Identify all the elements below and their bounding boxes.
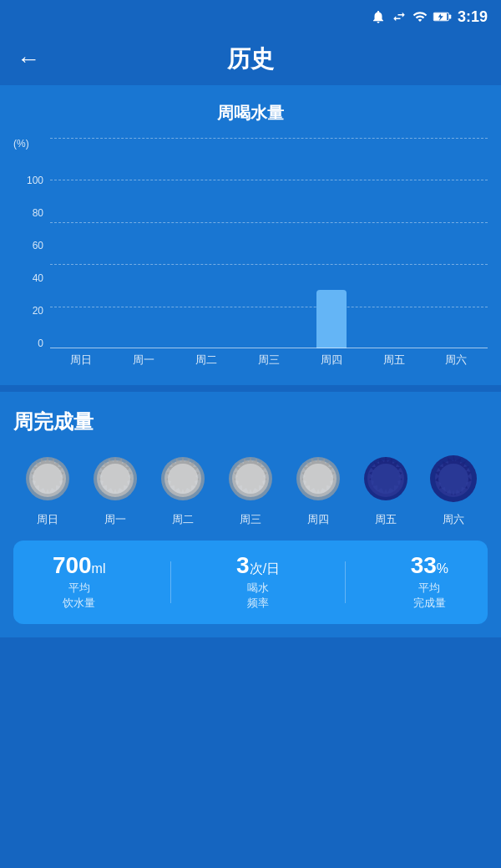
svg-point-24	[438, 464, 468, 494]
bar-col-4	[316, 290, 347, 348]
medal-1	[89, 452, 142, 505]
medal-0	[21, 452, 74, 505]
y-axis: (%) 100 80 60 40 20 0	[13, 138, 50, 372]
x-label-2: 周二	[195, 353, 217, 368]
medal-label-4: 周四	[307, 512, 329, 527]
medal-2	[156, 452, 210, 505]
alarm-icon	[371, 9, 386, 24]
header: ← 历史	[0, 33, 501, 85]
stat-divider-2	[345, 561, 346, 603]
stat-divider-1	[170, 561, 171, 603]
medal-6	[427, 452, 480, 505]
x-label-4: 周四	[321, 353, 342, 368]
chart-container: (%) 100 80 60 40 20 0	[13, 138, 488, 372]
x-label-0: 周日	[70, 353, 92, 368]
medal-col-1: 周一	[89, 452, 142, 527]
stat-frequency-label: 喝水频率	[247, 581, 269, 611]
stat-water-value: 700ml	[53, 554, 106, 577]
x-labels: 周日 周一 周二 周三 周四 周五 周六	[50, 348, 488, 372]
x-label-6: 周六	[445, 353, 467, 368]
chart-section: 周喝水量 (%) 100 80 60 40 20 0	[0, 85, 501, 385]
stat-completion: 33% 平均完成量	[411, 554, 448, 611]
medal-label-5: 周五	[375, 512, 397, 527]
bar-4	[316, 290, 347, 348]
stat-water: 700ml 平均饮水量	[53, 554, 106, 611]
y-label-60: 60	[33, 241, 43, 251]
x-label-5: 周五	[383, 353, 405, 368]
medal-col-0: 周日	[21, 452, 74, 527]
y-unit-label: (%)	[13, 138, 29, 150]
back-button[interactable]: ←	[17, 46, 40, 73]
status-icons: 3:19	[371, 8, 488, 26]
bars-row	[50, 138, 488, 348]
medal-5	[359, 452, 412, 505]
svg-rect-3	[449, 14, 452, 18]
signal-icon	[412, 9, 428, 24]
stats-bar: 700ml 平均饮水量 3次/日 喝水频率 33% 平均完成量	[13, 541, 488, 624]
svg-point-18	[303, 464, 333, 494]
stat-frequency: 3次/日 喝水频率	[236, 554, 280, 611]
svg-point-21	[371, 464, 401, 494]
chart-title: 周喝水量	[13, 102, 488, 124]
medal-col-6: 周六	[427, 452, 480, 527]
medal-label-3: 周三	[240, 512, 261, 527]
medals-row: 周日 周一	[13, 452, 488, 527]
y-label-100: 100	[27, 175, 43, 185]
medal-label-0: 周日	[37, 512, 58, 527]
svg-point-9	[100, 464, 130, 494]
medal-3	[224, 452, 277, 505]
chart-area: 周日 周一 周二 周三 周四 周五 周六	[50, 138, 488, 372]
medal-label-1: 周一	[104, 512, 126, 527]
y-label-20: 20	[33, 306, 43, 316]
y-label-80: 80	[33, 208, 43, 218]
medal-col-4: 周四	[291, 452, 345, 527]
completion-section: 周完成量 周日	[0, 392, 501, 637]
status-time: 3:19	[458, 8, 488, 26]
page-title: 历史	[227, 43, 274, 75]
medal-label-2: 周二	[172, 512, 194, 527]
medal-col-5: 周五	[359, 452, 412, 527]
medal-col-3: 周三	[224, 452, 277, 527]
stat-water-label: 平均饮水量	[63, 581, 95, 611]
svg-point-6	[33, 464, 63, 494]
svg-point-15	[235, 464, 266, 494]
stat-frequency-value: 3次/日	[236, 554, 280, 577]
stat-completion-value: 33%	[411, 554, 448, 577]
arrows-icon	[391, 9, 407, 24]
battery-icon	[433, 11, 453, 23]
medal-4	[291, 452, 345, 505]
stat-completion-label: 平均完成量	[413, 581, 446, 611]
y-label-0: 0	[38, 338, 43, 348]
x-label-3: 周三	[258, 353, 280, 368]
svg-point-12	[168, 464, 198, 494]
completion-title: 周完成量	[13, 409, 488, 435]
medal-col-2: 周二	[156, 452, 210, 527]
status-bar: 3:19	[0, 0, 501, 33]
y-label-40: 40	[33, 273, 43, 283]
medal-label-6: 周六	[443, 512, 464, 527]
x-label-1: 周一	[133, 353, 154, 368]
